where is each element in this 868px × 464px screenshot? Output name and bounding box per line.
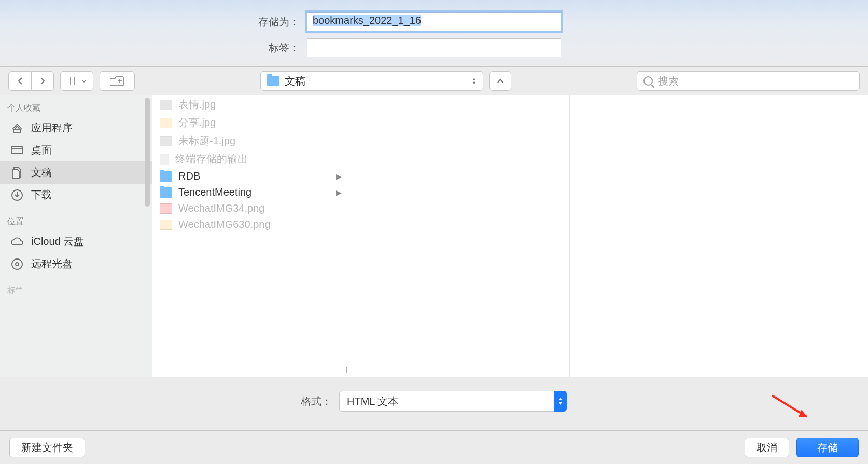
svg-rect-6 [11, 146, 23, 154]
sidebar-item-disc[interactable]: 远程光盘 [0, 253, 152, 275]
new-folder-label: 新建文件夹 [21, 441, 73, 455]
columns-icon [67, 77, 78, 85]
sidebar-item-downloads[interactable]: 下载 [0, 184, 152, 206]
chevron-right-icon: ▶ [336, 172, 342, 181]
format-select[interactable]: HTML 文本 ▲▼ [339, 391, 567, 412]
file-column-1: 表情.jpg分享.jpg未标题-1.jpg终端存储的输出RDB▶TencentM… [152, 95, 349, 377]
new-folder-button[interactable]: 新建文件夹 [9, 438, 85, 457]
file-name: WechatIMG34.png [178, 202, 264, 214]
file-column-4 [790, 95, 868, 377]
svg-point-10 [16, 263, 19, 266]
file-name: 表情.jpg [178, 98, 216, 112]
sidebar-item-label: 文稿 [31, 166, 52, 180]
save-button[interactable]: 存储 [796, 438, 859, 457]
disc-icon [9, 258, 25, 270]
sidebar-truncated: 标** [0, 282, 152, 299]
file-row: 分享.jpg [152, 114, 349, 132]
sidebar-section-favorites: 个人收藏 [0, 100, 152, 117]
new-folder-icon-button[interactable] [100, 71, 135, 91]
file-row: 未标题-1.jpg [152, 132, 349, 150]
save-as-input[interactable]: bookmarks_2022_1_16 [307, 12, 561, 31]
main-area: 个人收藏 应用程序桌面文稿下载 位置 iCloud 云盘远程光盘 标** 表情.… [0, 95, 868, 377]
tags-input[interactable] [307, 38, 561, 57]
header-area: 存储为： bookmarks_2022_1_16 标签： [0, 0, 868, 67]
chevron-left-icon [17, 77, 23, 85]
svg-rect-0 [67, 77, 78, 85]
save-as-label: 存储为： [144, 15, 300, 29]
current-folder-label: 文稿 [285, 74, 305, 88]
sidebar: 个人收藏 应用程序桌面文稿下载 位置 iCloud 云盘远程光盘 标** [0, 95, 152, 377]
file-icon [160, 154, 169, 165]
folder-icon [160, 187, 172, 198]
search-icon [643, 76, 653, 86]
folder-row[interactable]: RDB▶ [152, 168, 349, 184]
sidebar-item-documents[interactable]: 文稿 [0, 161, 152, 184]
file-column-3 [570, 95, 790, 377]
stepper-icon: ▲▼ [554, 391, 567, 412]
view-mode-button[interactable] [60, 71, 93, 91]
downloads-icon [9, 189, 25, 201]
chevron-right-icon: ▶ [336, 188, 342, 197]
save-label: 存储 [817, 441, 838, 455]
sidebar-item-label: 桌面 [31, 143, 52, 157]
folder-icon [160, 171, 172, 182]
sidebar-section-locations: 位置 [0, 213, 152, 230]
sidebar-item-apps[interactable]: 应用程序 [0, 117, 152, 139]
file-icon [160, 136, 172, 146]
file-icon [160, 100, 172, 110]
documents-icon [9, 167, 25, 179]
file-icon [160, 203, 172, 214]
cancel-button[interactable]: 取消 [745, 438, 789, 457]
folder-row[interactable]: TencentMeeting▶ [152, 184, 349, 200]
file-icon [160, 220, 172, 230]
sidebar-item-label: 下载 [31, 188, 52, 202]
file-name: 分享.jpg [178, 116, 216, 130]
save-dialog: 存储为： bookmarks_2022_1_16 标签： [0, 0, 868, 464]
annotation-arrow [769, 393, 816, 424]
file-row: 表情.jpg [152, 95, 349, 114]
sidebar-item-label: 应用程序 [31, 121, 73, 135]
desktop-icon [9, 144, 25, 157]
format-bar: 格式： HTML 文本 ▲▼ [0, 377, 868, 431]
save-as-value: bookmarks_2022_1_16 [313, 15, 421, 26]
sidebar-item-desktop[interactable]: 桌面 [0, 139, 152, 161]
file-icon [160, 118, 172, 128]
folder-icon [267, 76, 279, 86]
file-name: 未标题-1.jpg [178, 134, 235, 148]
svg-rect-5 [13, 129, 21, 132]
chevron-down-icon [81, 79, 87, 83]
file-row: 终端存储的输出 [152, 150, 349, 168]
cancel-label: 取消 [757, 441, 777, 455]
current-folder-select[interactable]: 文稿 ▲▼ [260, 71, 483, 91]
stepper-icon: ▲▼ [472, 77, 477, 85]
footer: 新建文件夹 取消 存储 [0, 431, 868, 464]
column-resize-handle[interactable]: | | [346, 366, 356, 375]
format-label: 格式： [301, 394, 332, 408]
cloud-icon [9, 236, 25, 248]
tags-label: 标签： [144, 41, 300, 55]
chevron-up-icon [497, 78, 504, 84]
sidebar-item-cloud[interactable]: iCloud 云盘 [0, 230, 152, 253]
file-name: TencentMeeting [178, 186, 251, 198]
folder-plus-icon [110, 76, 124, 86]
file-name: RDB [178, 170, 200, 182]
file-row: WechatIMG34.png [152, 200, 349, 216]
chevron-right-icon [39, 77, 46, 85]
file-row: WechatIMG630.png [152, 216, 349, 233]
apps-icon [9, 122, 25, 134]
file-column-2 [349, 95, 570, 377]
collapse-button[interactable] [489, 71, 511, 91]
svg-point-9 [12, 259, 22, 269]
file-name: WechatIMG630.png [178, 219, 271, 230]
forward-button[interactable] [31, 71, 54, 91]
format-value: HTML 文本 [347, 394, 398, 408]
file-name: 终端存储的输出 [175, 152, 248, 166]
sidebar-item-label: 远程光盘 [31, 257, 73, 271]
toolbar: 文稿 ▲▼ 搜索 [0, 67, 868, 95]
sidebar-item-label: iCloud 云盘 [31, 235, 84, 249]
search-placeholder: 搜索 [658, 74, 679, 88]
back-button[interactable] [8, 71, 31, 91]
scrollbar[interactable] [145, 98, 150, 207]
search-input[interactable]: 搜索 [637, 71, 860, 91]
